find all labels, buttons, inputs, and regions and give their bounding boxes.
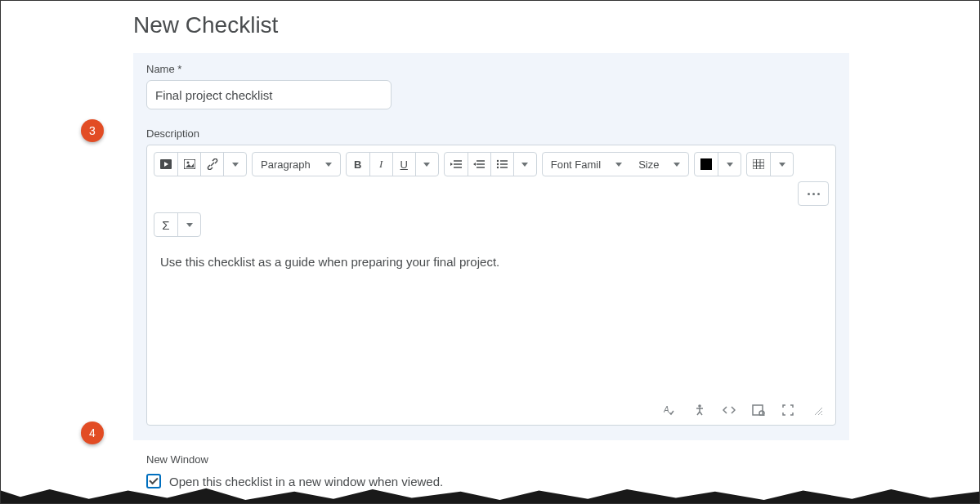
new-window-label: New Window	[146, 453, 836, 466]
font-size-label: Size	[638, 158, 659, 171]
checkmark-icon	[149, 475, 158, 484]
format-select-label: Paragraph	[261, 158, 311, 171]
name-label: Name *	[146, 63, 836, 75]
font-family-label: Font Famil	[551, 158, 601, 171]
indent-button[interactable]	[445, 153, 468, 176]
rich-text-editor: Paragraph B I U	[146, 145, 836, 426]
insert-link-button[interactable]	[200, 153, 223, 176]
resize-handle-icon[interactable]	[811, 404, 824, 417]
svg-point-13	[497, 163, 499, 165]
fullscreen-icon[interactable]	[781, 404, 794, 417]
editor-toolbar-row2: Σ	[147, 212, 835, 243]
font-size-select[interactable]: Size	[630, 153, 688, 176]
italic-button[interactable]: I	[369, 153, 392, 176]
svg-line-28	[815, 408, 822, 415]
font-family-select[interactable]: Font Famil	[543, 153, 630, 176]
insert-table-button[interactable]	[747, 153, 770, 176]
svg-point-12	[497, 160, 499, 162]
svg-marker-11	[473, 163, 476, 166]
equation-button[interactable]: Σ	[154, 213, 177, 236]
name-input[interactable]	[146, 80, 392, 109]
open-new-window-text: Open this checklist in a new window when…	[169, 475, 443, 488]
svg-line-27	[763, 415, 765, 416]
text-color-button[interactable]	[695, 153, 718, 176]
open-new-window-checkbox[interactable]	[146, 474, 161, 488]
accessibility-icon[interactable]	[693, 404, 706, 417]
html-source-icon[interactable]	[723, 404, 736, 417]
more-actions-button[interactable]	[798, 181, 829, 206]
svg-point-24	[698, 404, 701, 408]
step-badge-3: 3	[81, 119, 104, 142]
insert-media-button[interactable]	[154, 153, 177, 176]
svg-point-3	[186, 162, 189, 164]
format-select[interactable]: Paragraph	[253, 153, 340, 176]
svg-line-30	[821, 414, 822, 415]
insert-image-button[interactable]	[177, 153, 200, 176]
chevron-down-icon	[615, 163, 622, 167]
svg-marker-7	[450, 163, 453, 166]
editor-footer: A	[147, 399, 835, 425]
equation-dropdown[interactable]	[177, 213, 200, 236]
chevron-down-icon	[673, 163, 680, 167]
svg-point-14	[497, 167, 499, 168]
list-dropdown[interactable]	[513, 153, 536, 176]
bold-button[interactable]: B	[347, 153, 369, 176]
color-dropdown[interactable]	[718, 153, 741, 176]
form-section: Name * Description	[133, 53, 849, 440]
text-style-dropdown[interactable]	[415, 153, 438, 176]
bullet-list-button[interactable]	[490, 153, 513, 176]
svg-text:A: A	[664, 405, 669, 414]
svg-rect-18	[753, 159, 764, 169]
table-dropdown[interactable]	[770, 153, 793, 176]
spellcheck-icon[interactable]: A	[664, 404, 677, 417]
page-title: New Checklist	[133, 12, 979, 38]
chevron-down-icon	[325, 163, 332, 167]
description-label: Description	[146, 127, 836, 140]
new-window-section: New Window Open this checklist in a new …	[133, 440, 849, 504]
step-badge-4: 4	[81, 421, 104, 444]
editor-body[interactable]: Use this checklist as a guide when prepa…	[147, 243, 835, 399]
media-dropdown[interactable]	[223, 153, 246, 176]
underline-button[interactable]: U	[392, 153, 415, 176]
editor-toolbar: Paragraph B I U	[147, 145, 835, 212]
svg-rect-25	[753, 405, 763, 415]
outdent-button[interactable]	[468, 153, 490, 176]
preview-icon[interactable]	[752, 404, 765, 417]
